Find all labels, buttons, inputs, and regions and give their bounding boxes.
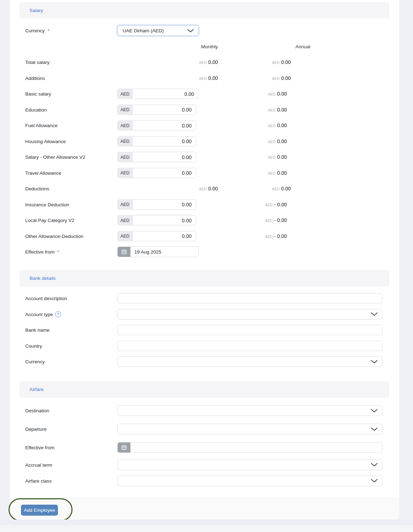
row-basic-salary: Basic salary AED AED0.00 [20, 86, 389, 102]
currency-badge: AED [118, 152, 133, 162]
row-travel-allowance: Travel Allowance AED AED0.00 [20, 165, 389, 181]
deductions-monthly: AED0.00 [199, 185, 218, 192]
travel-allowance-annual: AED0.00 [268, 170, 287, 176]
row-airfare-effective-from: Effective from [20, 438, 389, 457]
employee-form-page: Salary Currency* UAE Dirham (AED) Monthl… [0, 0, 413, 532]
other-allowance-v2-input[interactable] [133, 152, 196, 162]
local-pay-category-annual: AED- 0.00 [265, 217, 287, 223]
travel-allowance-input[interactable] [133, 168, 196, 178]
airfare-effective-from-date-group [117, 442, 382, 453]
other-allowance-v2-input-group: AED [117, 152, 196, 162]
total-salary-monthly: AED0.00 [199, 59, 218, 65]
chevron-down-icon [371, 360, 378, 364]
form-footer: Add Employee [10, 497, 399, 520]
salary-section-header: Salary [20, 2, 389, 18]
calendar-icon [121, 249, 127, 255]
bank-currency-select[interactable] [117, 356, 382, 367]
salary-effective-from-date-group [117, 246, 199, 257]
accrual-term-select[interactable] [117, 460, 382, 470]
basic-salary-input-group: AED [117, 89, 199, 99]
row-insurance-deduction: Insurance Deduction AED AED- 0.00 [20, 197, 389, 213]
chevron-down-icon [371, 479, 378, 483]
row-airfare-class: Airfare class [20, 473, 389, 489]
account-type-select[interactable] [117, 309, 382, 320]
row-currency: Currency* UAE Dirham (AED) [20, 23, 389, 39]
basic-salary-annual: AED0.00 [268, 91, 287, 97]
basic-salary-input[interactable] [133, 89, 198, 99]
chevron-down-icon [371, 463, 378, 467]
chevron-down-icon [371, 427, 378, 431]
salary-effective-from-input[interactable] [130, 247, 198, 257]
currency-badge: AED [118, 136, 133, 146]
insurance-deduction-input-group: AED [117, 199, 196, 210]
local-pay-category-input[interactable] [133, 216, 196, 225]
row-education: Education AED AED0.00 [20, 102, 389, 118]
row-account-type: Account type ? [20, 306, 389, 322]
add-employee-button[interactable]: Add Employee [21, 505, 58, 516]
destination-select[interactable] [117, 405, 382, 416]
monthly-column-header: Monthly [201, 44, 218, 49]
row-other-allowance-deduction: Other Allowance-Deduction AED AED- 0.00 [20, 228, 389, 244]
row-bank-name: Bank name [20, 322, 389, 338]
fuel-allowance-input[interactable] [133, 121, 196, 130]
calendar-button[interactable] [118, 247, 130, 257]
row-salary-effective-from: Effective from* [20, 244, 389, 260]
housing-allowance-input-group: AED [117, 136, 196, 146]
row-bank-currency: Currency [20, 354, 389, 370]
chevron-down-icon [187, 29, 194, 33]
help-icon[interactable]: ? [55, 311, 61, 317]
fuel-allowance-input-group: AED [117, 120, 196, 131]
education-annual: AED0.00 [268, 107, 287, 113]
salary-section-title: Salary [30, 8, 43, 13]
form-card: Salary Currency* UAE Dirham (AED) Monthl… [10, 0, 399, 497]
page-background-strip [0, 520, 413, 525]
currency-badge: AED [118, 168, 133, 178]
education-input[interactable] [133, 105, 196, 114]
required-asterisk: * [48, 28, 49, 33]
other-allowance-deduction-input[interactable] [133, 231, 196, 241]
row-additions: Additions AED0.00 AED0.00 [20, 70, 389, 86]
currency-badge: AED [118, 216, 133, 225]
row-departure: Departure [20, 420, 389, 438]
education-input-group: AED [117, 104, 196, 115]
row-country: Country [20, 338, 389, 354]
local-pay-category-input-group: AED [117, 215, 196, 226]
bank-name-input[interactable] [118, 325, 382, 335]
bank-section-title: Bank details [30, 276, 56, 281]
calendar-button[interactable] [118, 443, 130, 452]
row-destination: Destination [20, 401, 389, 420]
page-background-bottom [0, 525, 413, 532]
row-column-headers: Monthly Annual [20, 39, 389, 55]
row-accrual-term: Accrual term [20, 457, 389, 473]
additions-monthly: AED0.00 [199, 75, 218, 81]
account-description-field [117, 293, 382, 304]
required-asterisk: * [57, 249, 59, 255]
country-input[interactable] [118, 341, 382, 351]
airfare-section-header: Airfare [20, 381, 389, 398]
deductions-annual: AED0.00 [272, 185, 291, 192]
departure-select[interactable] [117, 424, 382, 434]
airfare-class-select[interactable] [117, 476, 382, 486]
currency-label: Currency* [25, 28, 49, 33]
bank-name-field [117, 325, 382, 335]
country-field [117, 341, 382, 351]
account-description-input[interactable] [118, 294, 382, 303]
airfare-effective-from-input[interactable] [130, 443, 382, 452]
row-account-description: Account description [20, 291, 389, 306]
row-housing-allowance: Housing Allowance AED AED0.00 [20, 134, 389, 150]
currency-badge: AED [118, 105, 133, 114]
row-fuel-allowance: Fuel Allowance AED AED0.00 [20, 118, 389, 134]
currency-badge: AED [118, 89, 133, 99]
currency-select-value: UAE Dirham (AED) [123, 28, 164, 33]
insurance-deduction-input[interactable] [133, 200, 196, 209]
additions-annual: AED0.00 [272, 75, 291, 81]
insurance-deduction-annual: AED- 0.00 [265, 201, 287, 208]
total-salary-annual: AED0.00 [272, 59, 291, 65]
currency-badge: AED [118, 231, 133, 241]
currency-badge: AED [118, 121, 133, 130]
currency-select[interactable]: UAE Dirham (AED) [117, 25, 199, 36]
row-deductions: Deductions AED0.00 AED0.00 [20, 181, 389, 197]
fuel-allowance-annual: AED0.00 [268, 122, 287, 129]
other-allowance-v2-annual: AED0.00 [268, 154, 287, 160]
housing-allowance-input[interactable] [133, 136, 196, 146]
